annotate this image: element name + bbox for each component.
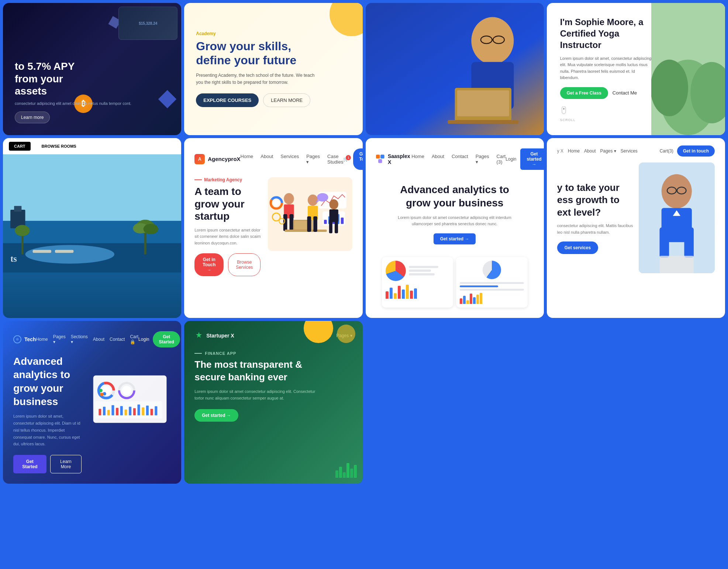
- progress-bar-2: [460, 285, 498, 287]
- cart-icon-area[interactable]: 🛒1: [343, 157, 349, 162]
- tech-primary-button[interactable]: Get Started: [13, 455, 46, 473]
- resort-visual: ts: [3, 154, 181, 272]
- bar-chart-small: [386, 284, 450, 299]
- agency2-nav-home[interactable]: Home: [568, 148, 580, 154]
- svg-rect-33: [324, 220, 327, 224]
- agency2-nav-about[interactable]: About: [584, 148, 596, 154]
- tech-nav-pages[interactable]: Pages ▾: [53, 334, 66, 345]
- saas-heading: Advanced analytics to grow your business: [392, 183, 517, 210]
- analytics-card-2: [456, 257, 528, 308]
- analytics-card-content: [386, 261, 450, 281]
- svg-point-18: [25, 245, 114, 264]
- svg-rect-53: [329, 219, 332, 233]
- login-button[interactable]: Login: [506, 157, 516, 162]
- startup-cta-button[interactable]: Get started →: [194, 409, 238, 422]
- svg-point-24: [144, 224, 158, 234]
- get-started-header-button[interactable]: Get started →: [520, 148, 544, 170]
- donut-chart-2: [483, 261, 501, 279]
- svg-rect-20: [14, 206, 21, 212]
- resort-svg: ts: [3, 154, 181, 272]
- tech-body: Lorem ipsum dolor sit amet, consectetur …: [13, 413, 82, 447]
- startup-tag-text: FINANCE APP: [205, 351, 236, 356]
- finance-heading: to 5.7% APY from your assets: [15, 60, 89, 97]
- svg-rect-47: [307, 216, 311, 232]
- agency2-nav-pages[interactable]: Pages ▾: [600, 148, 616, 154]
- saas-nav-pages[interactable]: Pages ▾: [476, 154, 489, 165]
- svg-point-59: [273, 199, 280, 206]
- startup-logo-text: Startuper X: [206, 333, 234, 339]
- svg-rect-44: [285, 230, 327, 232]
- mini-bars: [460, 293, 524, 304]
- agency-buttons: Get in Touch → Browse Services: [194, 253, 261, 276]
- get-in-touch-header-button[interactable]: Get in Touch →: [353, 148, 362, 170]
- get-in-touch-button[interactable]: Get in Touch →: [194, 253, 224, 276]
- agency2-services-button[interactable]: Get services: [557, 241, 598, 254]
- tech-nav-sections[interactable]: Sections ▾: [71, 334, 88, 345]
- progress-bar-3: [460, 289, 524, 291]
- saas-nav-home[interactable]: Home: [411, 154, 424, 165]
- tech-nav-home[interactable]: Home: [36, 337, 48, 342]
- learn-more-button[interactable]: Learn more: [15, 112, 50, 123]
- browse-services-button[interactable]: Browse Services: [228, 253, 261, 276]
- nav-case-studies[interactable]: Case Studies: [327, 154, 343, 165]
- get-started-button[interactable]: Get started →: [434, 233, 476, 244]
- svg-text:ts: ts: [10, 254, 17, 264]
- agency2-cart: Cart(3): [660, 148, 673, 154]
- svg-rect-91: [129, 407, 131, 415]
- svg-point-100: [100, 393, 104, 396]
- tech-nav-contact[interactable]: Contact: [110, 337, 125, 342]
- yoga-heading: I'm Sophie Moore, a Certified Yoga Instr…: [560, 16, 653, 51]
- learn-more-button[interactable]: LEARN MORE: [263, 93, 310, 107]
- tech-nav-cart[interactable]: Cart 🔒: [130, 334, 138, 345]
- explore-courses-button[interactable]: EXPLORE COURSES: [196, 93, 259, 107]
- svg-rect-27: [33, 250, 51, 253]
- mini-bar-5: [473, 297, 476, 304]
- free-class-button[interactable]: Get a Free Class: [560, 87, 608, 99]
- nav-home[interactable]: Home: [241, 154, 253, 165]
- tech-heading: Advanced analytics to grow your business: [13, 355, 82, 409]
- nav-about[interactable]: About: [261, 154, 273, 165]
- agency2-nav-services[interactable]: Services: [621, 148, 638, 154]
- agency-heading: A team to grow your startup: [194, 185, 261, 223]
- svg-point-26: [15, 225, 30, 236]
- education-heading: Grow your skills, define your future: [196, 39, 314, 68]
- nav-pages[interactable]: Pages ▾: [306, 154, 320, 165]
- tech-dashboard-svg: [89, 355, 171, 443]
- svg-rect-15: [3, 154, 181, 221]
- hotel-header: CART BROWSE ROOMS: [3, 138, 181, 154]
- cart-button[interactable]: CART: [9, 142, 31, 151]
- browse-rooms-button[interactable]: BROWSE ROOMS: [37, 142, 82, 151]
- saas-nav-about[interactable]: About: [432, 154, 444, 165]
- svg-rect-5: [448, 120, 518, 124]
- tech-nav-about[interactable]: About: [93, 337, 104, 342]
- scroll-hint: SCROLL: [560, 106, 653, 122]
- svg-rect-95: [146, 405, 149, 415]
- nav-services[interactable]: Services: [280, 154, 299, 165]
- agency2-cta-button[interactable]: Get in touch: [677, 145, 715, 157]
- svg-point-98: [99, 389, 103, 392]
- agency2-header-left: y X Home About Pages ▾ Services: [557, 148, 638, 154]
- saas-nav-contact[interactable]: Contact: [452, 154, 468, 165]
- tech-get-started-button[interactable]: Get Started: [153, 331, 180, 347]
- svg-rect-97: [155, 406, 157, 415]
- startup-content: FINANCE APP The most transparent & secur…: [194, 351, 352, 422]
- contact-me-button[interactable]: Contact Me: [613, 90, 637, 96]
- person-svg: [366, 3, 544, 135]
- svg-rect-54: [335, 219, 338, 233]
- saas-content: Advanced analytics to grow your business…: [376, 177, 534, 250]
- tech-card: ⊕ Tech Home Pages ▾ Sections ▾ About Con…: [3, 321, 181, 484]
- tech-nav: Home Pages ▾ Sections ▾ About Contact Ca…: [36, 334, 138, 345]
- saas-card: Saasplex X Home About Contact Pages ▾ Ca…: [366, 138, 544, 318]
- analytics-mockup: [376, 253, 534, 308]
- finance-body: consectetur adipiscing elit amet diam no…: [15, 101, 169, 106]
- tech-secondary-button[interactable]: Learn More: [50, 455, 82, 473]
- agency2-content: y to take your ess growth to ext level? …: [557, 162, 715, 273]
- startup-body: Lorem ipsum dolor sit amet consectetur a…: [194, 388, 320, 402]
- startup-bar-6: [354, 465, 357, 478]
- svg-rect-96: [151, 409, 153, 415]
- tech-login-button[interactable]: Login: [138, 337, 149, 342]
- analytics-bars: [409, 266, 438, 275]
- svg-rect-9: [562, 106, 566, 114]
- yoga-photo-svg: [651, 3, 725, 135]
- saas-nav-cart[interactable]: Cart (3): [497, 154, 506, 165]
